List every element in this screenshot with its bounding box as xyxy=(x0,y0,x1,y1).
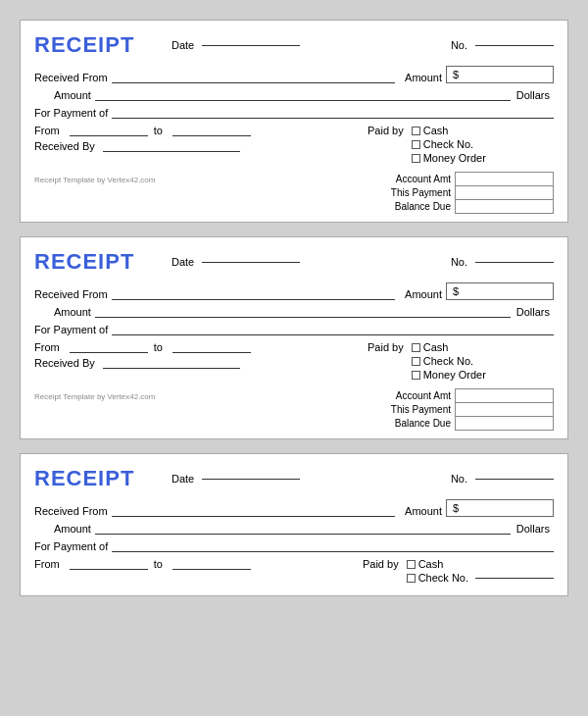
for-payment-row-1: For Payment of xyxy=(34,107,554,119)
check-no-field-3[interactable] xyxy=(475,578,554,579)
account-amt-value-2[interactable] xyxy=(456,389,554,403)
check-checkbox-2[interactable] xyxy=(412,357,420,366)
dollars-label-1: Dollars xyxy=(516,89,550,101)
received-from-field-1[interactable] xyxy=(112,72,396,83)
received-from-row-1: Received From Amount $ xyxy=(34,66,554,83)
left-mid-3: From to xyxy=(34,558,353,584)
money-order-checkbox-1[interactable] xyxy=(412,154,420,163)
amount-label-1: Amount xyxy=(405,72,442,83)
cash-checkbox-2[interactable] xyxy=(412,343,420,352)
this-payment-value-1[interactable] xyxy=(456,186,554,200)
balance-due-value-2[interactable] xyxy=(456,417,554,431)
amount-box-2[interactable]: $ xyxy=(446,282,554,300)
amount-sub-label-3: Amount xyxy=(54,523,91,535)
for-payment-field-1[interactable] xyxy=(112,107,554,119)
account-amt-row-2: Account Amt xyxy=(358,389,554,403)
account-amt-label-cell-2: Account Amt xyxy=(358,389,456,403)
right-mid-2: Paid by Cash Check No. Money Order xyxy=(358,341,554,381)
from-field-3[interactable] xyxy=(70,569,148,570)
this-payment-value-2[interactable] xyxy=(456,403,554,417)
to-field-3[interactable] xyxy=(172,569,251,570)
dollars-row-2: Amount Dollars xyxy=(54,306,554,318)
left-mid-1: From to Received By xyxy=(34,125,358,164)
no-label-3: No. xyxy=(451,473,467,485)
amount-box-3[interactable]: $ xyxy=(446,499,554,517)
received-from-field-2[interactable] xyxy=(112,288,396,300)
from-label-3: From xyxy=(34,558,60,570)
check-item-2: Check No. xyxy=(412,355,486,367)
mid-section-3: From to Paid by Cash Check No. xyxy=(34,558,554,584)
date-field-1[interactable] xyxy=(202,45,300,46)
received-by-field-1[interactable] xyxy=(103,151,240,152)
received-from-label-2: Received From xyxy=(34,288,108,300)
receipt-card-3: RECEIPT Date No. Received From Amount $ … xyxy=(20,453,568,596)
cash-item-2: Cash xyxy=(412,341,486,353)
from-to-row-1: From to xyxy=(34,125,358,136)
balance-due-value-1[interactable] xyxy=(456,200,554,214)
cash-item-3: Cash xyxy=(407,558,554,570)
date-label-1: Date xyxy=(172,39,194,51)
dollar-sign-3: $ xyxy=(453,502,459,514)
amount-sub-label-1: Amount xyxy=(54,89,91,101)
receipt-title-1: RECEIPT xyxy=(34,32,152,58)
cash-item-1: Cash xyxy=(412,125,486,136)
receipt-card-2: RECEIPT Date No. Received From Amount $ … xyxy=(20,236,568,439)
dollars-label-3: Dollars xyxy=(516,523,550,535)
check-checkbox-1[interactable] xyxy=(412,140,420,149)
check-checkbox-3[interactable] xyxy=(407,574,416,583)
receipt-header-2: RECEIPT Date No. xyxy=(34,249,554,275)
amount-label-2: Amount xyxy=(405,288,442,300)
money-order-checkbox-2[interactable] xyxy=(412,371,420,380)
dollars-field-1[interactable] xyxy=(95,89,511,101)
dollars-row-1: Amount Dollars xyxy=(54,89,554,101)
for-payment-field-2[interactable] xyxy=(112,324,554,335)
to-field-1[interactable] xyxy=(172,135,251,136)
checkbox-group-1: Cash Check No. Money Order xyxy=(412,125,486,164)
received-from-field-3[interactable] xyxy=(112,505,396,517)
paid-by-label-1: Paid by xyxy=(368,125,404,136)
mid-section-2: From to Received By Paid by Cash xyxy=(34,341,554,381)
received-by-row-1: Received By xyxy=(34,140,358,152)
no-field-1[interactable] xyxy=(475,45,554,46)
receipt-header-3: RECEIPT Date No. xyxy=(34,466,554,491)
account-amt-row-1: Account Amt xyxy=(358,173,554,186)
dollars-field-3[interactable] xyxy=(95,523,511,535)
account-table-1: Account Amt This Payment Balance Due xyxy=(358,172,554,214)
received-by-field-2[interactable] xyxy=(103,368,240,369)
cash-checkbox-3[interactable] xyxy=(407,560,416,569)
for-payment-row-2: For Payment of xyxy=(34,324,554,335)
check-label-1: Check No. xyxy=(423,138,473,150)
this-payment-label-cell-1: This Payment xyxy=(358,186,456,200)
receipt-title-2: RECEIPT xyxy=(34,249,152,275)
dollar-sign-2: $ xyxy=(453,285,459,297)
dollars-label-2: Dollars xyxy=(516,306,550,318)
account-amt-value-1[interactable] xyxy=(456,173,554,186)
header-no-1: No. xyxy=(451,39,554,51)
cash-label-1: Cash xyxy=(423,125,449,136)
this-payment-row-1: This Payment xyxy=(358,186,554,200)
received-by-label-1: Received By xyxy=(34,140,95,152)
for-payment-field-3[interactable] xyxy=(112,540,554,552)
date-field-2[interactable] xyxy=(202,262,300,263)
from-field-2[interactable] xyxy=(70,352,148,353)
from-field-1[interactable] xyxy=(70,135,148,136)
to-label-2: to xyxy=(154,341,163,353)
header-date-3: Date xyxy=(172,473,300,485)
date-label-3: Date xyxy=(172,473,194,485)
dollars-row-3: Amount Dollars xyxy=(54,523,554,535)
to-label-3: to xyxy=(154,558,163,570)
amount-box-1[interactable]: $ xyxy=(446,66,554,83)
watermark-2: Receipt Template by Vertex42.com xyxy=(34,392,155,401)
date-field-3[interactable] xyxy=(202,479,300,480)
no-field-3[interactable] xyxy=(475,479,554,480)
cash-checkbox-1[interactable] xyxy=(412,127,420,135)
to-field-2[interactable] xyxy=(172,352,251,353)
check-label-2: Check No. xyxy=(423,355,473,367)
for-payment-label-3: For Payment of xyxy=(34,540,108,552)
no-field-2[interactable] xyxy=(475,262,554,263)
account-table-2: Account Amt This Payment Balance Due xyxy=(358,388,554,431)
amount-sub-label-2: Amount xyxy=(54,306,91,318)
dollars-field-2[interactable] xyxy=(95,306,511,318)
bottom-section-2: Receipt Template by Vertex42.com Account… xyxy=(34,388,554,431)
cash-label-3: Cash xyxy=(418,558,444,570)
